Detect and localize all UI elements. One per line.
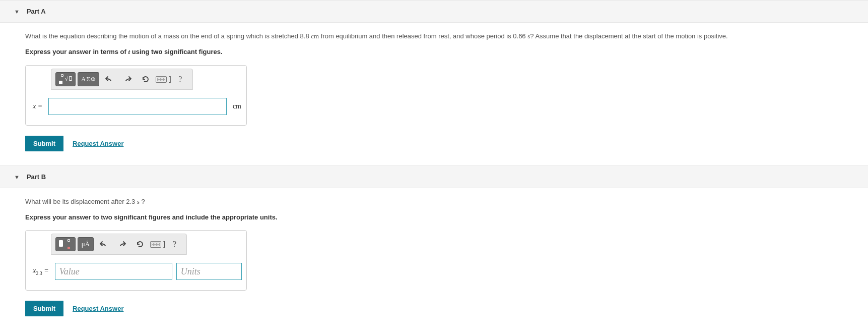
part-a-input-row: x = cm (26, 90, 246, 125)
request-answer-link[interactable]: Request Answer (73, 305, 123, 312)
unit-label: cm (233, 102, 241, 110)
equals: = (36, 102, 42, 110)
part-b-units-input[interactable] (176, 263, 242, 280)
instr-text: Express your answer in terms of (25, 48, 128, 55)
part-b-answer-box: μÅ ] ? x2.3 = (25, 230, 247, 291)
part-b-body: What will be its displacement after 2.3 … (0, 188, 868, 330)
part-a-toolbar: √ ΑΣΦ ] ? (51, 69, 193, 90)
q-text: ? Assume that the displacement at the st… (530, 32, 727, 40)
reset-icon (141, 75, 150, 84)
redo-button[interactable] (114, 237, 130, 251)
keyboard-icon (150, 241, 161, 248)
variable-label: x2.3 = (33, 267, 49, 276)
templates-icon: √ (59, 74, 72, 84)
part-b-instructions: Express your answer to two significant f… (25, 213, 858, 221)
undo-icon (105, 75, 114, 83)
keyboard-button[interactable]: ] (156, 72, 172, 86)
help-button[interactable]: ? (168, 237, 180, 251)
templates-button[interactable]: √ (55, 72, 76, 86)
equals: = (42, 267, 49, 274)
bracket-icon: ] (168, 75, 172, 83)
reset-button[interactable] (138, 72, 154, 86)
undo-button[interactable] (101, 72, 117, 86)
q-text: ? (140, 198, 145, 205)
help-button[interactable]: ? (174, 72, 186, 86)
part-b-value-input[interactable] (55, 263, 172, 280)
request-answer-link[interactable]: Request Answer (73, 140, 123, 147)
q-text: from equilibrium and then released from … (319, 32, 527, 40)
variable-label: x = (33, 102, 42, 110)
part-a-instructions: Express your answer in terms of t using … (25, 48, 858, 56)
part-a-answer-input[interactable] (48, 98, 227, 115)
templates-icon (59, 239, 72, 249)
part-a-header[interactable]: ▼ Part A (0, 0, 868, 23)
part-b-toolbar: μÅ ] ? (51, 234, 187, 255)
part-a-title: Part A (27, 8, 46, 15)
redo-icon (117, 240, 126, 248)
reset-icon (136, 240, 145, 249)
part-b-question: What will be its displacement after 2.3 … (25, 197, 858, 206)
part-b-input-row: x2.3 = (26, 255, 246, 290)
part-b-header[interactable]: ▼ Part B (0, 165, 868, 188)
q-text: What is the equation describing the moti… (25, 32, 311, 40)
bracket-icon: ] (162, 240, 166, 248)
redo-button[interactable] (119, 72, 136, 86)
templates-button[interactable] (55, 237, 76, 251)
part-a-body: What is the equation describing the moti… (0, 23, 868, 165)
q-text: What will be its displacement after 2.3 (25, 198, 137, 205)
undo-button[interactable] (96, 237, 112, 251)
var-sub: 2.3 (36, 270, 42, 276)
caret-down-icon[interactable]: ▼ (14, 174, 20, 180)
part-a-question: What is the equation describing the moti… (25, 32, 858, 41)
part-a-buttons: Submit Request Answer (25, 136, 858, 151)
part-b-buttons: Submit Request Answer (25, 301, 858, 316)
keyboard-button[interactable]: ] (150, 237, 166, 251)
instr-text: using two significant figures. (130, 48, 222, 55)
submit-button[interactable]: Submit (25, 136, 63, 151)
keyboard-icon (156, 76, 167, 83)
reset-button[interactable] (132, 237, 148, 251)
undo-icon (99, 240, 108, 248)
greek-button[interactable]: ΑΣΦ (78, 72, 99, 86)
submit-button[interactable]: Submit (25, 301, 63, 316)
caret-down-icon[interactable]: ▼ (14, 9, 20, 15)
redo-icon (123, 75, 132, 83)
units-mu-button[interactable]: μÅ (78, 237, 94, 251)
part-a-answer-box: √ ΑΣΦ ] ? x = cm (25, 65, 247, 126)
q-unit: cm (311, 32, 319, 40)
part-b-title: Part B (27, 173, 46, 181)
